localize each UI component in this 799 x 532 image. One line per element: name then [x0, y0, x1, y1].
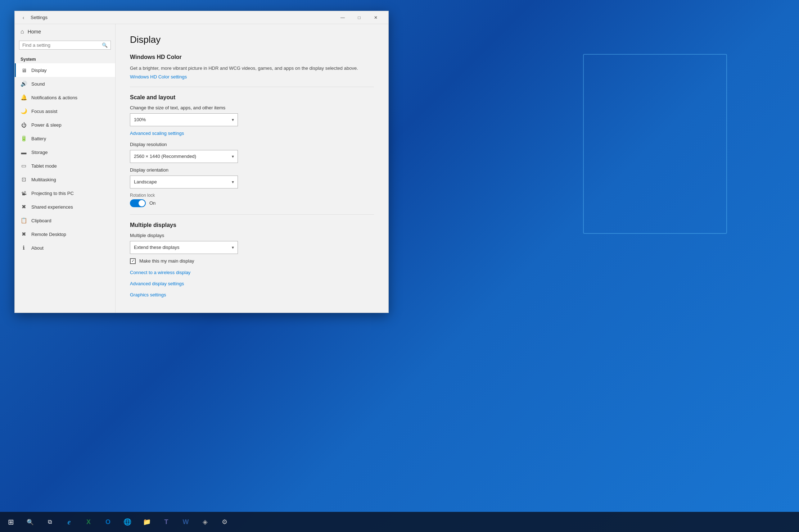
battery-icon: 🔋: [21, 135, 27, 142]
sidebar-item-battery-label: Battery: [31, 136, 46, 141]
window-body: ⌂ Home 🔍 System 🖥 Display 🔊 Sound 🔔 N: [15, 24, 388, 313]
settings-window: ‹ Settings — □ ✕ ⌂ Home 🔍 System: [14, 11, 389, 313]
main-display-checkbox[interactable]: [130, 258, 136, 264]
sidebar-item-tablet[interactable]: ▭ Tablet mode: [15, 159, 115, 173]
taskbar-search-button[interactable]: 🔍: [21, 513, 40, 531]
rotation-lock-label: Rotation lock: [130, 193, 374, 198]
divider-2: [130, 214, 374, 215]
taskbar-chrome[interactable]: 🌐: [118, 513, 137, 531]
focus-icon: 🌙: [21, 108, 27, 114]
sidebar-item-sound[interactable]: 🔊 Sound: [15, 77, 115, 91]
sidebar-item-storage[interactable]: ▬ Storage: [15, 145, 115, 159]
sidebar-item-battery[interactable]: 🔋 Battery: [15, 132, 115, 145]
sidebar-item-storage-label: Storage: [31, 150, 48, 155]
taskbar-word[interactable]: W: [176, 513, 195, 531]
taskbar-excel[interactable]: X: [79, 513, 98, 531]
storage-icon: ▬: [21, 149, 27, 155]
notifications-icon: 🔔: [21, 94, 27, 101]
sidebar-item-remote[interactable]: ✖ Remote Desktop: [15, 227, 115, 241]
hd-color-desc: Get a brighter, more vibrant picture in …: [130, 65, 374, 72]
desktop-decoration: [583, 54, 727, 234]
sidebar-item-notifications[interactable]: 🔔 Notifications & actions: [15, 91, 115, 104]
sidebar-home[interactable]: ⌂ Home: [15, 24, 115, 39]
advanced-display-link[interactable]: Advanced display settings: [130, 281, 374, 286]
sidebar-item-about-label: About: [31, 245, 44, 251]
toggle-knob: [139, 200, 145, 206]
close-button[interactable]: ✕: [367, 11, 384, 24]
resolution-dropdown-arrow: ▾: [232, 154, 234, 159]
sidebar-item-clipboard-label: Clipboard: [31, 218, 51, 223]
clipboard-icon: 📋: [21, 217, 27, 224]
sidebar-item-display[interactable]: 🖥 Display: [15, 63, 115, 77]
rotation-on-text: On: [149, 200, 155, 206]
start-button[interactable]: ⊞: [1, 513, 20, 531]
orientation-value: Landscape: [134, 179, 157, 185]
sidebar-item-focus-label: Focus assist: [31, 109, 57, 114]
multiple-displays-dropdown[interactable]: Extend these displays ▾: [130, 241, 238, 254]
taskbar-teams[interactable]: T: [157, 513, 176, 531]
about-icon: ℹ: [21, 245, 27, 251]
taskbar: ⊞ 🔍 ⧉ e X O 🌐 📁 T W ◈ ⚙: [0, 512, 799, 532]
sidebar-item-multitasking-label: Multitasking: [31, 177, 56, 182]
sidebar-item-shared[interactable]: ✖ Shared experiences: [15, 200, 115, 214]
sidebar-item-about[interactable]: ℹ About: [15, 241, 115, 255]
resolution-dropdown[interactable]: 2560 × 1440 (Recommended) ▾: [130, 150, 238, 163]
orientation-dropdown-arrow: ▾: [232, 179, 234, 185]
tablet-icon: ▭: [21, 163, 27, 169]
advanced-scaling-link[interactable]: Advanced scaling settings: [130, 131, 374, 136]
sidebar-item-notifications-label: Notifications & actions: [31, 95, 77, 100]
remote-icon: ✖: [21, 231, 27, 237]
search-input[interactable]: [22, 42, 100, 48]
rotation-lock-row: On: [130, 199, 374, 207]
home-icon: ⌂: [21, 28, 24, 35]
scale-dropdown-arrow: ▾: [232, 117, 234, 122]
taskbar-taskview[interactable]: ⧉: [40, 513, 59, 531]
resolution-value: 2560 × 1440 (Recommended): [134, 154, 196, 159]
main-display-row: Make this my main display: [130, 258, 374, 264]
power-icon: ⏻: [21, 122, 27, 128]
scale-dropdown[interactable]: 100% ▾: [130, 113, 238, 126]
sidebar-item-focus[interactable]: 🌙 Focus assist: [15, 104, 115, 118]
back-button[interactable]: ‹: [19, 13, 28, 22]
multiple-displays-title: Multiple displays: [130, 222, 374, 228]
window-title: Settings: [31, 15, 334, 20]
sidebar-section-label: System: [15, 54, 115, 63]
maximize-button[interactable]: □: [351, 11, 367, 24]
sidebar-search-box[interactable]: 🔍: [19, 41, 111, 50]
sidebar-item-power-label: Power & sleep: [31, 122, 62, 128]
taskbar-misc[interactable]: ◈: [196, 513, 215, 531]
scale-layout-title: Scale and layout: [130, 94, 374, 101]
taskbar-outlook[interactable]: O: [99, 513, 117, 531]
scale-value: 100%: [134, 117, 146, 122]
divider-1: [130, 87, 374, 87]
display-icon: 🖥: [21, 67, 27, 73]
window-controls: — □ ✕: [334, 11, 384, 24]
projecting-icon: 📽: [21, 190, 27, 196]
title-bar: ‹ Settings — □ ✕: [15, 11, 388, 24]
taskbar-ie[interactable]: e: [60, 513, 78, 531]
graphics-settings-link[interactable]: Graphics settings: [130, 292, 374, 297]
sidebar-item-sound-label: Sound: [31, 81, 45, 87]
multiple-label: Multiple displays: [130, 233, 374, 238]
multiple-displays-value: Extend these displays: [134, 245, 179, 250]
wireless-display-link[interactable]: Connect to a wireless display: [130, 270, 374, 275]
hd-color-settings-link[interactable]: Windows HD Color settings: [130, 74, 374, 79]
sidebar-item-clipboard[interactable]: 📋 Clipboard: [15, 214, 115, 227]
sidebar-item-tablet-label: Tablet mode: [31, 163, 57, 169]
taskbar-folder[interactable]: 📁: [137, 513, 156, 531]
sound-icon: 🔊: [21, 81, 27, 87]
sidebar-item-shared-label: Shared experiences: [31, 204, 73, 210]
sidebar-item-power[interactable]: ⏻ Power & sleep: [15, 118, 115, 132]
taskbar-settings[interactable]: ⚙: [215, 513, 234, 531]
sidebar-item-multitasking[interactable]: ⊡ Multitasking: [15, 173, 115, 186]
sidebar-item-projecting[interactable]: 📽 Projecting to this PC: [15, 186, 115, 200]
main-display-label: Make this my main display: [139, 258, 194, 264]
sidebar-home-label: Home: [28, 29, 41, 35]
minimize-button[interactable]: —: [334, 11, 351, 24]
orientation-label: Display orientation: [130, 167, 374, 173]
hd-color-title: Windows HD Color: [130, 54, 374, 60]
shared-icon: ✖: [21, 204, 27, 210]
search-icon: 🔍: [102, 42, 108, 48]
rotation-lock-toggle[interactable]: [130, 199, 146, 207]
orientation-dropdown[interactable]: Landscape ▾: [130, 176, 238, 188]
